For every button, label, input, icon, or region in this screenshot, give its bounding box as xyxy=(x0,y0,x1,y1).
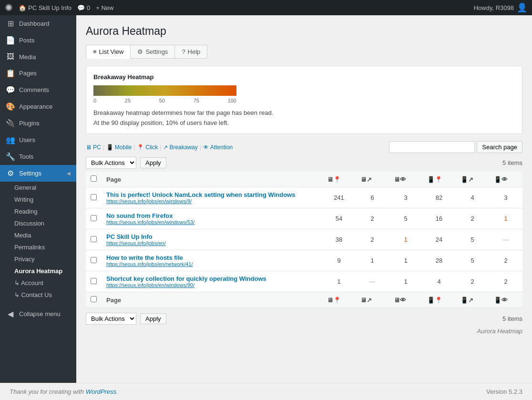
num-cell-3-4: 5 xyxy=(456,250,489,271)
sidebar-sub-writing[interactable]: Writing xyxy=(0,194,76,205)
mobile-breakaway-column-header: 📱↗ xyxy=(456,172,489,187)
apply-button-top[interactable]: Apply xyxy=(140,157,166,168)
top-bar-right: Howdy, R3098 👤 xyxy=(474,2,527,13)
sidebar-sub-contact[interactable]: ↳ Contact Us xyxy=(0,289,76,301)
page-title: Aurora Heatmap xyxy=(86,25,522,38)
num-cell-3-5: 2 xyxy=(489,250,522,271)
num-cell-1-5: 1 xyxy=(489,208,522,229)
num-cell-1-4: 2 xyxy=(456,208,489,229)
num-cell-0-5: 3 xyxy=(489,187,522,208)
page-url-link-4[interactable]: https://seous.info/jobs/en/windows/90/ xyxy=(106,282,317,288)
sidebar-sub-permalinks[interactable]: Permalinks xyxy=(0,241,76,253)
row-checkbox-0[interactable] xyxy=(91,194,97,200)
page-column-footer: Page xyxy=(102,292,322,308)
comments-link[interactable]: 💬 0 xyxy=(77,4,90,11)
heatmap-title: Breakaway Heatmap xyxy=(93,73,515,81)
view-pc-icon[interactable]: 🖥 PC xyxy=(86,144,101,151)
version-text: Version 5.2.3 xyxy=(486,388,522,395)
sidebar-item-posts[interactable]: 📄 Posts xyxy=(0,32,76,49)
wordpress-link[interactable]: WordPress xyxy=(86,388,116,395)
row-checkbox-1[interactable] xyxy=(91,215,97,221)
view-mobile-icon[interactable]: 📱 Mobile xyxy=(106,144,132,151)
bulk-actions-top: Bulk Actions Apply 5 items xyxy=(86,157,522,169)
pc-attention-footer: 🖥👁 xyxy=(389,292,422,308)
apply-button-bottom[interactable]: Apply xyxy=(140,313,166,324)
page-cell-3: How to write the hosts filehttps://seous… xyxy=(102,250,322,271)
top-bar: ✺ 🏠 PC Skill Up Info 💬 0 + New Howdy, R3… xyxy=(0,0,532,15)
help-icon: ? xyxy=(182,48,185,55)
sidebar-sub-aurora[interactable]: Aurora Heatmap xyxy=(0,265,76,277)
sidebar: ⊞ Dashboard 📄 Posts 🖼 Media 📋 Pages 💬 Co… xyxy=(0,15,76,383)
mobile-attention-footer: 📱👁 xyxy=(489,292,522,308)
plugins-icon: 🔌 xyxy=(6,119,15,128)
row-checkbox-3[interactable] xyxy=(91,257,97,263)
bulk-actions-dropdown-top[interactable]: Bulk Actions xyxy=(86,157,136,169)
mobile-attention-header-icon: 📱👁 xyxy=(494,176,508,183)
tab-settings[interactable]: ⚙ Settings xyxy=(131,45,175,59)
page-url-link-0[interactable]: https://seous.info/jobs/en/windows/9/ xyxy=(106,198,317,204)
pc-attention-column-header: 🖥👁 xyxy=(389,172,422,187)
num-cell-1-1: 2 xyxy=(356,208,389,229)
tabs-bar: ≡ List View ⚙ Settings ? Help xyxy=(86,45,522,59)
page-title-link-1[interactable]: No sound from Firefox xyxy=(106,212,173,219)
num-cell-4-0: 1 xyxy=(322,271,356,292)
num-cell-4-4: 2 xyxy=(456,271,489,292)
sidebar-item-users[interactable]: 👥 Users xyxy=(0,132,76,148)
page-title-link-2[interactable]: PC Skill Up Info xyxy=(106,233,153,240)
page-title-link-3[interactable]: How to write the hosts file xyxy=(106,254,183,261)
view-breakaway-icon[interactable]: ↗ Breakaway xyxy=(163,144,197,151)
table-row: No sound from Firefoxhttps://seous.info/… xyxy=(86,208,522,229)
page-title-link-0[interactable]: This is perfect! Unlock NamLock setting … xyxy=(106,191,295,198)
sidebar-item-media[interactable]: 🖼 Media xyxy=(0,49,76,65)
sidebar-item-tools[interactable]: 🔧 Tools xyxy=(0,148,76,165)
view-click-icon[interactable]: 📍 Click xyxy=(137,144,158,151)
sidebar-sub-account[interactable]: ↳ Account xyxy=(0,277,76,289)
page-url-link-3[interactable]: https://seous.info/jobs/en/network/41/ xyxy=(106,261,317,267)
sidebar-item-dashboard[interactable]: ⊞ Dashboard xyxy=(0,15,76,32)
users-icon: 👥 xyxy=(6,135,15,144)
num-cell-1-0: 54 xyxy=(322,208,356,229)
page-title-link-4[interactable]: Shortcut key collection for quickly oper… xyxy=(106,275,266,282)
page-url-link-2[interactable]: https://seous.info/jobs/en/ xyxy=(106,240,317,246)
mobile-breakaway-footer: 📱↗ xyxy=(456,292,489,308)
sidebar-item-pages[interactable]: 📋 Pages xyxy=(0,65,76,82)
heatmap-section: Breakaway Heatmap 0 25 50 75 100 Breakaw… xyxy=(86,66,522,134)
row-checkbox-4[interactable] xyxy=(91,278,97,284)
sidebar-sub-discussion[interactable]: Discussion xyxy=(0,217,76,229)
tab-help[interactable]: ? Help xyxy=(175,45,207,59)
tab-list-view[interactable]: ≡ List View xyxy=(86,45,131,59)
row-checkbox-2[interactable] xyxy=(91,236,97,242)
search-button[interactable]: Search page xyxy=(477,141,522,153)
heatmap-desc2: At the 90 display position, 10% of users… xyxy=(93,119,515,126)
controls-bar: 🖥 PC | 📱 Mobile | 📍 Click | ↗ Breakaway xyxy=(86,141,522,153)
select-all-footer-checkbox[interactable] xyxy=(91,296,97,302)
bulk-actions-dropdown-bottom[interactable]: Bulk Actions xyxy=(86,313,136,325)
select-all-footer xyxy=(86,292,102,308)
select-all-header xyxy=(86,172,102,187)
wp-logo-icon: ✺ xyxy=(5,2,13,13)
num-cell-0-1: 6 xyxy=(356,187,389,208)
sidebar-item-plugins[interactable]: 🔌 Plugins xyxy=(0,115,76,132)
plugin-credit: Aurora Heatmap xyxy=(86,325,522,338)
view-attention-icon[interactable]: 👁 Attention xyxy=(203,144,233,151)
select-all-checkbox[interactable] xyxy=(91,175,97,182)
page-url-link-1[interactable]: https://seous.info/jobs/en/windows/53/ xyxy=(106,219,317,225)
sidebar-item-appearance[interactable]: 🎨 Appearance xyxy=(0,98,76,115)
site-name-link[interactable]: 🏠 PC Skill Up Info xyxy=(19,4,72,11)
search-input[interactable] xyxy=(389,141,475,153)
sidebar-sub-reading[interactable]: Reading xyxy=(0,205,76,217)
bulk-actions-bottom: Bulk Actions Apply 5 items xyxy=(86,311,522,325)
num-cell-2-2: 1 xyxy=(389,229,422,250)
collapse-menu-button[interactable]: ◀ Collapse menu xyxy=(0,306,76,322)
home-icon: 🏠 xyxy=(19,4,26,11)
sidebar-sub-general[interactable]: General xyxy=(0,182,76,194)
mobile-breakaway-header-icon: 📱↗ xyxy=(460,176,473,183)
new-content-link[interactable]: + New xyxy=(96,4,113,11)
sidebar-item-comments[interactable]: 💬 Comments xyxy=(0,82,76,98)
num-cell-2-4: 5 xyxy=(456,229,489,250)
search-bar: Search page xyxy=(389,141,522,153)
sidebar-sub-media[interactable]: Media xyxy=(0,229,76,241)
num-cell-3-3: 28 xyxy=(422,250,456,271)
sidebar-item-settings[interactable]: ⚙ Settings ◀ xyxy=(0,165,76,182)
sidebar-sub-privacy[interactable]: Privacy xyxy=(0,253,76,265)
